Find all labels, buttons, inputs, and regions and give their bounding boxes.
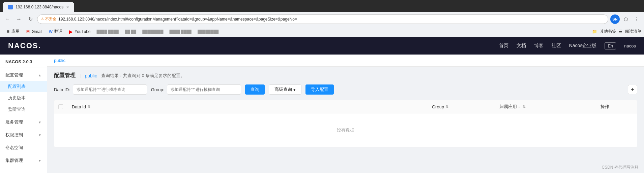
bookmark-extra-1-label: ████ ████ <box>97 30 119 34</box>
nav-community[interactable]: 社区 <box>552 43 561 49</box>
sidebar-section-namespace-header[interactable]: 命名空间 <box>0 141 47 153</box>
app-container: NACOS. 首页 文档 博客 社区 Nacos企业版 En nacos NAC… <box>0 37 644 173</box>
sidebar-item-config-list[interactable]: 配置列表 <box>0 81 47 92</box>
th-group-label: Group <box>432 104 444 109</box>
app-sort-icon[interactable]: ⇅ <box>523 105 526 109</box>
tab-close-btn[interactable]: × <box>66 4 69 10</box>
apps-label: 应用 <box>11 29 20 34</box>
import-config-button[interactable]: 导入配置 <box>305 84 334 95</box>
sidebar-section-cluster: 集群管理 ▼ <box>0 153 47 166</box>
group-sort-icon[interactable]: ⇅ <box>445 105 448 109</box>
sidebar-section-config: 配置管理 ▲ 配置列表 历史版本 监听查询 <box>0 68 47 115</box>
reading-list-icon: ☰ <box>619 29 622 34</box>
page-subtitle: public <box>85 73 97 78</box>
group-field: Group: <box>151 84 241 95</box>
logo-text: NACOS. <box>8 41 41 50</box>
extensions-button[interactable]: ⬡ <box>621 14 631 24</box>
gmail-icon: M <box>26 29 30 34</box>
sidebar-section-permission-header[interactable]: 权限控制 ▼ <box>0 128 47 141</box>
app-navbar: NACOS. 首页 文档 博客 社区 Nacos企业版 En nacos <box>0 37 644 55</box>
bookmarks-bar: ⊞ 应用 M Gmail W 翻译 ▶ YouTube ████ ████ ██… <box>0 26 644 37</box>
browser-tabs: 192.168.0.123:8848/nacos × <box>0 0 644 12</box>
bookmark-extra-4[interactable]: ████ ████ <box>167 28 194 35</box>
th-checkbox <box>54 100 68 113</box>
browser-chrome: 192.168.0.123:8848/nacos × ← → ↻ ⚠ 不安全 1… <box>0 0 644 37</box>
group-input[interactable] <box>167 84 241 95</box>
page-header: 配置管理 | public 查询结果：共查询到 0 条满足要求的配置。 <box>54 72 637 79</box>
nav-home[interactable]: 首页 <box>499 43 508 49</box>
forward-button[interactable]: → <box>14 14 24 24</box>
page-title: 配置管理 <box>54 72 76 79</box>
nav-enterprise[interactable]: Nacos企业版 <box>569 43 597 49</box>
profile-button[interactable]: SN <box>610 14 620 24</box>
bookmark-translate[interactable]: W 翻译 <box>46 27 65 36</box>
nav-blog[interactable]: 博客 <box>534 43 544 49</box>
tab-title: 192.168.0.123:8848/nacos <box>16 5 63 9</box>
bookmark-extra-3[interactable]: ████████ <box>140 28 166 35</box>
apps-grid-icon: ⊞ <box>5 29 10 34</box>
sidebar-section-namespace: 命名空间 <box>0 141 47 153</box>
sidebar-item-history[interactable]: 历史版本 <box>0 92 47 104</box>
add-config-button[interactable]: + <box>628 85 637 94</box>
th-data-id: Data Id ⇅ <box>68 100 428 113</box>
reload-button[interactable]: ↻ <box>26 14 35 24</box>
dropdown-arrow-icon: ▾ <box>293 87 296 92</box>
bookmark-extra-5-label: ████████ <box>198 30 218 34</box>
other-bookmarks-label: 其他书签 <box>600 29 616 34</box>
bookmark-extra-1[interactable]: ████ ████ <box>94 28 121 35</box>
sidebar-section-permission: 权限控制 ▼ <box>0 128 47 141</box>
bookmark-extra-2-label: ██ ██ <box>125 30 136 34</box>
empty-text: 没有数据 <box>337 127 354 133</box>
table-body: 没有数据 <box>54 113 637 147</box>
bookmark-extra-2[interactable]: ██ ██ <box>122 28 139 35</box>
reading-list-label: 阅读清单 <box>625 29 641 34</box>
sidebar: NACOS 2.0.3 配置管理 ▲ 配置列表 历史版本 监听查询 服务管理 ▼ <box>0 55 47 173</box>
active-tab[interactable]: 192.168.0.123:8848/nacos × <box>3 2 74 12</box>
youtube-label: YouTube <box>75 29 90 34</box>
bookmark-extra-4-label: ████ ████ <box>170 30 192 34</box>
watermark: CSDN @代码写注释 <box>602 165 639 170</box>
th-app-label: 归属应用： <box>499 104 521 110</box>
nav-user[interactable]: nacos <box>624 43 636 48</box>
sidebar-section-cluster-header[interactable]: 集群管理 ▼ <box>0 153 47 166</box>
breadcrumb-bar: public <box>47 55 644 67</box>
nacos-logo: NACOS. <box>8 41 41 50</box>
sidebar-version: NACOS 2.0.3 <box>0 55 47 68</box>
translate-icon: W <box>48 29 53 34</box>
breadcrumb-namespace[interactable]: public <box>54 58 65 63</box>
address-bar[interactable]: ⚠ 不安全 192.168.0.123:8848/nacos/index.htm… <box>37 14 608 24</box>
language-button[interactable]: En <box>605 42 616 49</box>
bookmark-gmail[interactable]: M Gmail <box>23 28 45 35</box>
url-display: 192.168.0.123:8848/nacos/index.html#/con… <box>58 17 605 22</box>
th-group: Group ⇅ <box>428 100 495 113</box>
bookmark-extra-5[interactable]: ████████ <box>195 28 221 35</box>
data-table: Data Id ⇅ Group ⇅ 归属应用： ⇅ 操作 <box>54 100 637 147</box>
data-id-input[interactable] <box>73 84 147 95</box>
sidebar-item-listen-query[interactable]: 监听查询 <box>0 104 47 115</box>
youtube-icon: ▶ <box>68 29 73 34</box>
nav-docs[interactable]: 文档 <box>517 43 526 49</box>
sidebar-section-permission-label: 权限控制 <box>5 132 23 138</box>
sidebar-section-config-label: 配置管理 <box>5 72 23 78</box>
page-divider: | <box>80 73 81 78</box>
content-area: public 配置管理 | public 查询结果：共查询到 0 条满足要求的配… <box>47 55 644 173</box>
select-all-checkbox[interactable] <box>58 104 63 109</box>
back-button[interactable]: ← <box>3 14 12 24</box>
query-result: 查询结果：共查询到 0 条满足要求的配置。 <box>101 73 185 79</box>
gmail-label: Gmail <box>32 29 42 34</box>
bookmark-extra-3-label: ████████ <box>142 30 163 34</box>
advanced-search-label: 高级查询 <box>274 86 292 93</box>
table-header: Data Id ⇅ Group ⇅ 归属应用： ⇅ 操作 <box>54 100 637 113</box>
advanced-search-button[interactable]: 高级查询 ▾ <box>269 84 301 95</box>
bookmark-youtube[interactable]: ▶ YouTube <box>66 28 93 35</box>
th-action-label: 操作 <box>601 104 609 110</box>
sidebar-section-service-label: 服务管理 <box>5 119 23 125</box>
menu-button[interactable]: ⋮ <box>632 14 641 24</box>
search-button[interactable]: 查询 <box>245 84 265 95</box>
bookmark-apps[interactable]: ⊞ 应用 <box>3 27 22 36</box>
data-id-sort-icon[interactable]: ⇅ <box>87 105 90 109</box>
sidebar-section-service-header[interactable]: 服务管理 ▼ <box>0 115 47 128</box>
security-warning-icon: ⚠ 不安全 <box>41 16 56 22</box>
sidebar-section-config-header[interactable]: 配置管理 ▲ <box>0 68 47 81</box>
main-layout: NACOS 2.0.3 配置管理 ▲ 配置列表 历史版本 监听查询 服务管理 ▼ <box>0 55 644 173</box>
